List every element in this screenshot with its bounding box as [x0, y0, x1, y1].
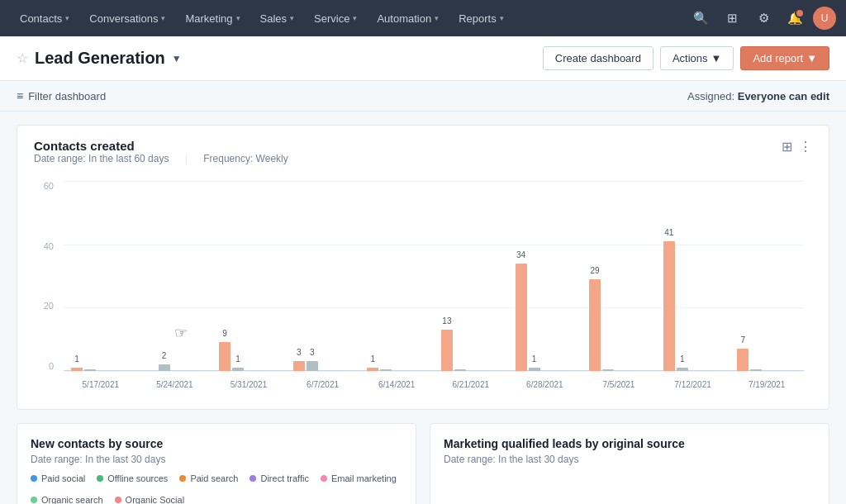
legend-dot: [97, 475, 103, 482]
bar-group: 136/21/2021: [434, 181, 508, 371]
add-report-chevron: ▼: [806, 52, 817, 64]
legend-item: Direct traffic: [250, 473, 308, 483]
nav-chevron-conversations: ▾: [161, 14, 165, 22]
nav-label-conversations: Conversations: [89, 12, 158, 25]
bar-group: 915/31/2021: [212, 181, 286, 371]
frequency-label: Frequency: Weekly: [203, 153, 288, 164]
legend-dot: [321, 475, 327, 482]
secondary-bar: [84, 369, 96, 371]
legend-dot: [179, 475, 186, 482]
bar-value-primary: 7: [741, 335, 746, 345]
actions-chevron: ▼: [711, 52, 722, 64]
legend-item: Offline sources: [97, 473, 168, 483]
legend-item: Paid social: [31, 473, 85, 483]
legend-label: Organic Social: [126, 495, 185, 504]
chart-actions: ⊞ ⋮: [782, 139, 812, 155]
bar-group: 25/24/2021: [138, 181, 212, 371]
bar-value-primary: 29: [591, 266, 600, 275]
nav-chevron-service: ▾: [353, 14, 357, 22]
cursor-icon: ☞: [174, 324, 188, 342]
create-dashboard-button[interactable]: Create dashboard: [543, 46, 654, 70]
x-label: 6/21/2021: [453, 380, 490, 389]
main-content: Contacts created Date range: In the last…: [0, 112, 846, 504]
nav-chevron-automation: ▾: [435, 14, 439, 22]
nav-item-service[interactable]: Service▾: [304, 0, 367, 36]
bar-value-primary: 41: [664, 228, 673, 237]
settings-icon[interactable]: ⚙: [750, 5, 777, 31]
date-range-label: Date range: In the last 60 days: [34, 153, 169, 164]
bar-group: 77/19/2021: [730, 181, 804, 371]
legend-item: Paid search: [179, 473, 238, 483]
legend-label: Paid search: [190, 473, 238, 483]
nav-label-automation: Automation: [377, 12, 431, 25]
actions-button[interactable]: Actions ▼: [660, 46, 734, 70]
search-icon[interactable]: 🔍: [687, 5, 714, 31]
x-label: 7/5/2021: [602, 380, 634, 389]
mql-subtitle: Date range: In the last 30 days: [444, 454, 815, 465]
bar-group: 4117/12/2021: [656, 181, 730, 371]
chart-title: Contacts created: [34, 139, 302, 153]
bar-value-secondary: 1: [680, 354, 685, 364]
new-contacts-title: New contacts by source: [31, 437, 402, 450]
bar-value-secondary: 3: [310, 348, 315, 357]
primary-bar: 34: [516, 264, 527, 371]
star-icon[interactable]: ☆: [17, 50, 28, 66]
nav-chevron-reports: ▾: [500, 14, 504, 22]
chart-filter-icon[interactable]: ⊞: [782, 139, 792, 155]
page-header: ☆ Lead Generation ▼ Create dashboard Act…: [0, 36, 846, 81]
x-label: 5/31/2021: [231, 380, 268, 389]
x-label: 5/17/2021: [83, 380, 120, 389]
bar-group: 15/17/2021: [64, 181, 138, 371]
navbar: Contacts▾Conversations▾Marketing▾Sales▾S…: [0, 0, 846, 36]
legend-row: Paid socialOffline sourcesPaid searchDir…: [31, 473, 402, 504]
grid-icon[interactable]: ⊞: [719, 5, 745, 31]
nav-item-marketing[interactable]: Marketing▾: [175, 0, 250, 36]
legend-dot: [250, 475, 256, 482]
legend-label: Offline sources: [107, 473, 168, 483]
legend-item: Organic search: [31, 495, 103, 504]
y-label-0: 0: [49, 361, 54, 371]
nav-item-contacts[interactable]: Contacts▾: [10, 0, 79, 36]
filter-dashboard-button[interactable]: ≡ Filter dashboard: [17, 89, 106, 102]
page-title-dropdown[interactable]: ▼: [172, 53, 182, 64]
bar-value-primary: 13: [442, 316, 451, 326]
nav-item-sales[interactable]: Sales▾: [250, 0, 305, 36]
bar-value-primary: 9: [222, 329, 227, 338]
x-label: 7/19/2021: [749, 380, 786, 389]
nav-chevron-sales: ▾: [290, 14, 294, 22]
nav-item-automation[interactable]: Automation▾: [367, 0, 449, 36]
legend-item: Organic Social: [115, 495, 185, 504]
primary-bar: 29: [589, 279, 601, 371]
bar-group: 16/14/2021: [359, 181, 434, 371]
new-contacts-subtitle: Date range: In the last 30 days: [31, 454, 402, 465]
bar-value-primary: 1: [74, 354, 79, 364]
y-label-40: 40: [44, 241, 54, 251]
nav-item-conversations[interactable]: Conversations▾: [79, 0, 175, 36]
secondary-bar: [380, 369, 392, 371]
legend-label: Organic search: [41, 495, 103, 504]
legend-dot: [31, 475, 37, 482]
chart-more-icon[interactable]: ⋮: [799, 139, 812, 155]
y-label-20: 20: [44, 301, 54, 311]
bottom-row: New contacts by source Date range: In th…: [17, 423, 829, 504]
page-title: Lead Generation: [35, 49, 165, 68]
primary-bar: 3: [293, 361, 305, 371]
notifications-icon[interactable]: 🔔: [782, 5, 808, 31]
assigned-text: Assigned: Everyone can edit: [687, 90, 829, 102]
chart-header: Contacts created Date range: In the last…: [34, 139, 812, 178]
primary-bar: 9: [219, 342, 231, 371]
nav-label-sales: Sales: [260, 12, 288, 25]
filter-icon: ≡: [17, 89, 23, 102]
chart-subtitle: Date range: In the last 60 days | Freque…: [34, 153, 302, 164]
nav-label-marketing: Marketing: [185, 12, 232, 25]
secondary-bar: 2: [159, 364, 170, 371]
nav-item-reports[interactable]: Reports▾: [449, 0, 514, 36]
nav-label-service: Service: [314, 12, 349, 25]
secondary-bar: [750, 369, 762, 371]
primary-bar: 7: [737, 349, 749, 371]
add-report-button[interactable]: Add report ▼: [740, 46, 829, 70]
avatar[interactable]: U: [813, 7, 836, 30]
bar-group: 336/7/2021: [286, 181, 360, 371]
secondary-bar: [602, 369, 614, 371]
nav-chevron-marketing: ▾: [236, 14, 240, 22]
